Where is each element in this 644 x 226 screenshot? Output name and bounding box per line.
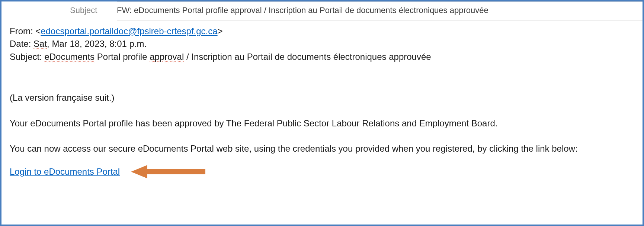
subject-field-label: Subject <box>70 6 111 15</box>
subject-rest: / Inscription au Portail de documents él… <box>184 52 431 62</box>
date-sat: Sat <box>33 39 47 49</box>
date-label: Date: <box>10 39 33 49</box>
login-link-row: Login to eDocuments Portal <box>10 164 634 180</box>
subject-word-approval: approval <box>150 52 184 62</box>
approval-paragraph: Your eDocuments Portal profile has been … <box>10 117 634 129</box>
french-notice: (La version française suit.) <box>10 92 634 104</box>
subject-line: Subject: eDocuments Portal profile appro… <box>10 51 634 63</box>
arrow-left-icon <box>131 164 205 180</box>
bottom-divider <box>10 214 634 214</box>
subject-mid1: Portal profile <box>94 52 150 62</box>
email-header-row: Subject FW: eDocuments Portal profile ap… <box>117 1 643 21</box>
date-line: Date: Sat, Mar 18, 2023, 8:01 p.m. <box>10 38 634 50</box>
subject-word-edocuments: eDocuments <box>44 52 94 62</box>
subject-line-label: Subject: <box>10 52 44 62</box>
date-rest: , Mar 18, 2023, 8:01 p.m. <box>47 39 147 49</box>
subject-field-value: FW: eDocuments Portal profile approval /… <box>117 6 488 15</box>
email-frame: Subject FW: eDocuments Portal profile ap… <box>0 0 644 226</box>
from-line: From: <edocsportal.portaildoc@fpslreb-cr… <box>10 25 634 37</box>
from-email-link[interactable]: edocsportal.portaildoc@fpslreb-crtespf.g… <box>41 26 217 36</box>
instruction-paragraph: You can now access our secure eDocuments… <box>10 143 634 155</box>
login-portal-link[interactable]: Login to eDocuments Portal <box>10 166 120 178</box>
svg-marker-0 <box>131 165 205 178</box>
from-close-bracket: > <box>218 26 223 36</box>
from-label: From: < <box>10 26 41 36</box>
email-body: From: <edocsportal.portaildoc@fpslreb-cr… <box>1 21 643 180</box>
